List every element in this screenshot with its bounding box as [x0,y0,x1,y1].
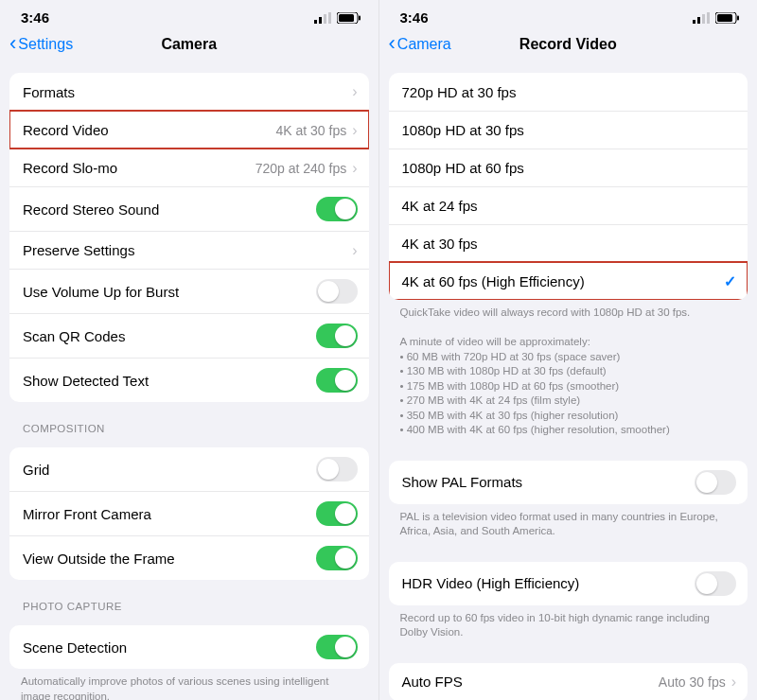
row-label: Show Detected Text [23,373,316,389]
svg-rect-9 [702,14,705,24]
footer-line: • 60 MB with 720p HD at 30 fps (space sa… [400,350,739,365]
settings-row[interactable]: Mirror Front Camera [9,491,369,535]
settings-row[interactable]: View Outside the Frame [9,535,369,580]
svg-rect-2 [324,14,326,24]
section-header-photo-capture: PHOTO CAPTURE [0,580,378,616]
footer-line: QuickTake video will always record with … [400,306,739,321]
nav-bar: ‹ Camera Record Video [379,31,758,63]
pal-footer: PAL is a television video format used in… [379,504,758,539]
chevron-right-icon: › [352,242,357,259]
camera-group-main: Formats›Record Video4K at 30 fps›Record … [9,73,369,402]
video-option-row[interactable]: 4K at 30 fps [389,224,748,262]
svg-rect-8 [697,17,700,24]
row-label: 1080p HD at 30 fps [402,122,737,138]
row-detail: 4K at 30 fps [275,123,346,138]
toggle-switch[interactable] [695,470,736,495]
settings-row[interactable]: Record Stereo Sound [9,186,369,231]
svg-rect-5 [339,14,354,22]
settings-row[interactable]: Show Detected Text [9,358,369,402]
settings-row[interactable]: Scene Detection [9,625,369,669]
svg-rect-0 [314,20,317,24]
toggle-switch[interactable] [695,571,736,596]
chevron-right-icon: › [352,122,357,139]
status-bar: 3:46 [379,0,758,31]
row-label: Use Volume Up for Burst [23,284,316,300]
row-label: 4K at 24 fps [402,198,737,214]
camera-group-photo-capture: Scene Detection [9,625,369,669]
chevron-right-icon: › [352,160,357,177]
toggle-switch[interactable] [316,457,358,481]
settings-row[interactable]: Record Video4K at 30 fps› [9,111,369,149]
left-scroll[interactable]: Formats›Record Video4K at 30 fps›Record … [0,63,378,700]
row-label: Scene Detection [23,639,316,656]
settings-row[interactable]: Preserve Settings› [9,231,369,269]
row-detail: Auto 30 fps [659,674,726,690]
status-bar: 3:46 [0,0,378,31]
svg-rect-10 [707,12,710,24]
left-phone-camera-settings: 3:46 ‹ Settings Camera Formats›Record Vi… [0,0,378,700]
right-scroll[interactable]: 720p HD at 30 fps1080p HD at 30 fps1080p… [379,63,758,700]
toggle-switch[interactable] [316,546,358,570]
back-button[interactable]: ‹ Camera [389,35,451,54]
row-label: 720p HD at 30 fps [402,84,737,100]
toggle-switch[interactable] [316,324,358,348]
footer-line: • 270 MB with 4K at 24 fps (film style) [400,394,739,409]
toggle-switch[interactable] [316,279,358,304]
hdr-footer: Record up to 60 fps video in 10-bit high… [379,605,758,640]
row-label: 4K at 30 fps [402,236,737,252]
video-option-row[interactable]: 4K at 24 fps [389,186,748,224]
checkmark-icon: ✓ [724,272,736,290]
chevron-left-icon: ‹ [9,33,16,54]
status-icons [693,12,740,24]
row-label: Show PAL Formats [402,474,695,490]
row-label: View Outside the Frame [23,551,316,567]
row-label: Mirror Front Camera [23,506,316,522]
video-option-row[interactable]: 4K at 60 fps (High Efficiency)✓ [389,262,748,300]
status-icons [314,12,361,24]
signal-icon [314,12,331,24]
chevron-right-icon: › [731,674,736,691]
settings-row[interactable]: Grid [9,447,369,491]
toggle-switch[interactable] [316,368,358,393]
row-label: Record Stereo Sound [23,201,316,218]
svg-rect-13 [737,15,739,20]
row-label: 4K at 60 fps (High Efficiency) [402,273,725,289]
right-phone-record-video: 3:46 ‹ Camera Record Video 720p HD at 30… [378,0,758,700]
row-label: Record Slo-mo [23,160,255,176]
video-option-row[interactable]: 1080p HD at 30 fps [389,111,748,149]
hdr-video-row[interactable]: HDR Video (High Efficiency) [389,562,748,605]
settings-row[interactable]: Use Volume Up for Burst [9,269,369,313]
chevron-left-icon: ‹ [389,33,396,54]
battery-icon [337,12,361,24]
settings-row[interactable]: Formats› [9,73,369,111]
video-option-row[interactable]: 1080p HD at 60 fps [389,149,748,186]
video-option-row[interactable]: 720p HD at 30 fps [389,73,748,111]
toggle-switch[interactable] [316,635,358,659]
auto-fps-row[interactable]: Auto FPSAuto 30 fps› [389,663,748,700]
signal-icon [693,12,710,24]
row-label: Auto FPS [402,674,659,690]
settings-row[interactable]: Scan QR Codes [9,313,369,358]
nav-bar: ‹ Settings Camera [0,31,378,63]
footer-line: • 175 MB with 1080p HD at 60 fps (smooth… [400,379,739,394]
settings-row[interactable]: Record Slo-mo720p at 240 fps› [9,149,369,186]
row-detail: 720p at 240 fps [255,161,347,176]
footer-line: • 130 MB with 1080p HD at 30 fps (defaul… [400,364,739,379]
toggle-switch[interactable] [316,501,358,526]
show-pal-row[interactable]: Show PAL Formats [389,461,748,504]
section-header-composition: COMPOSITION [0,402,378,438]
photo-capture-footer: Automatically improve photos of various … [0,669,378,700]
row-label: Scan QR Codes [23,328,316,344]
row-label: HDR Video (High Efficiency) [402,575,695,591]
row-label: Grid [23,462,316,478]
svg-rect-1 [319,17,322,24]
row-label: Preserve Settings [23,242,352,258]
back-button[interactable]: ‹ Settings [9,35,73,54]
status-time: 3:46 [400,9,429,26]
svg-rect-12 [717,14,732,22]
toggle-switch[interactable] [316,197,358,221]
video-resolution-options: 720p HD at 30 fps1080p HD at 30 fps1080p… [389,73,748,300]
footer-line: • 400 MB with 4K at 60 fps (higher resol… [400,423,739,438]
row-label: Formats [23,84,352,100]
status-time: 3:46 [21,9,49,26]
